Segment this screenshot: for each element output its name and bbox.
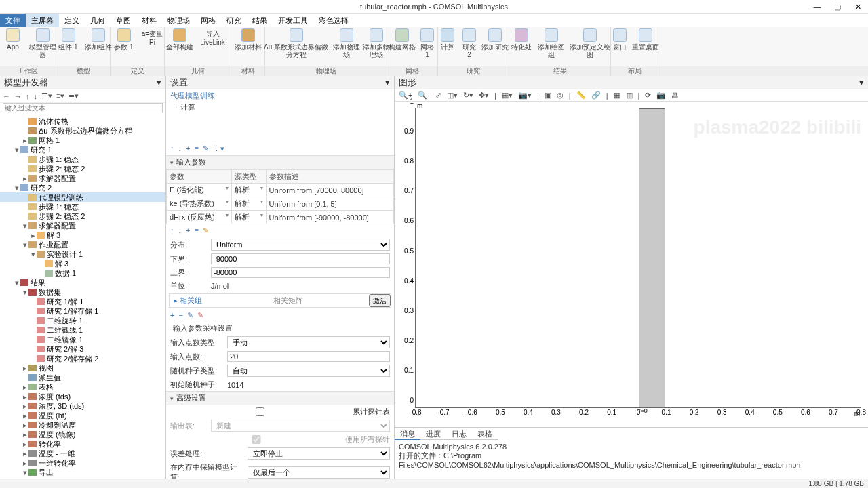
tree-item[interactable]: 流体传热: [0, 117, 165, 126]
component-button[interactable]: 组件 1: [55, 28, 82, 51]
lowerbound-input[interactable]: [211, 253, 390, 264]
plot-canvas[interactable]: plasma2022 bilibili m 00.10.20.30.40.50.…: [395, 102, 868, 427]
tab-materials[interactable]: 材料: [136, 14, 162, 27]
camera-icon[interactable]: 📷▾: [517, 91, 533, 100]
meshseq-button[interactable]: 网格 1: [418, 28, 436, 58]
tree-item[interactable]: 代理模型训练: [0, 192, 165, 202]
npoints-input[interactable]: [227, 351, 390, 362]
edit-icon[interactable]: ✎: [203, 144, 209, 153]
collapse-icon[interactable]: ≡▾: [56, 92, 64, 100]
expand-icon[interactable]: ≣▾: [68, 92, 79, 100]
tree-item[interactable]: 派生值: [0, 373, 165, 382]
maximize-button[interactable]: ▢: [827, 0, 848, 14]
add-icon[interactable]: +: [186, 144, 190, 153]
rotate-icon[interactable]: ↻▾: [462, 91, 475, 100]
tree-item[interactable]: ▸视图: [0, 363, 165, 373]
distribution-select[interactable]: Uniform: [211, 239, 390, 251]
tree-item[interactable]: 步骤 2: 稳态 2: [0, 211, 165, 221]
tree-item[interactable]: 二维旋转 1: [0, 316, 165, 325]
tree-filter-input[interactable]: [3, 103, 163, 113]
tab-devtools[interactable]: 开发工具: [273, 14, 313, 27]
tree-item[interactable]: ▸一维转化率: [0, 458, 165, 468]
tree-item[interactable]: ▸转化率: [0, 439, 165, 449]
tree-item[interactable]: ▸表格: [0, 382, 165, 392]
nav-up-icon[interactable]: ↑: [26, 92, 30, 100]
pde-button[interactable]: Δu 系数形式边界偏微分方程: [262, 28, 330, 58]
feature-button[interactable]: 特化处: [510, 28, 533, 58]
selectall-icon[interactable]: ◎: [555, 91, 565, 100]
tab-study[interactable]: 研究: [221, 14, 247, 27]
section-advanced[interactable]: 高级设置: [166, 391, 394, 405]
refresh-icon[interactable]: ⟳: [644, 91, 652, 100]
print-icon[interactable]: 🖶: [670, 92, 680, 100]
accum-probe-checkbox[interactable]: [170, 407, 350, 416]
tab-results[interactable]: 结果: [247, 14, 273, 27]
tree-item[interactable]: ▸温度 (ht): [0, 411, 165, 420]
show-icon[interactable]: ☰▾: [41, 92, 52, 100]
tree-item[interactable]: ▾求解器配置: [0, 221, 165, 230]
snapshot-icon[interactable]: 📷: [655, 91, 667, 100]
tab-file[interactable]: 文件: [0, 14, 26, 27]
buildall-button[interactable]: 全部构建: [166, 28, 193, 51]
tab-messages[interactable]: 消息: [395, 428, 420, 440]
tab-mesh[interactable]: 网格: [195, 14, 221, 27]
tree-item[interactable]: 步骤 1: 稳态: [0, 202, 165, 211]
tab-physics[interactable]: 物理场: [162, 14, 195, 27]
activate-button[interactable]: 激活: [369, 294, 391, 307]
axes-icon[interactable]: ▥: [625, 91, 634, 100]
measure-icon[interactable]: 📏: [575, 91, 587, 100]
addstudy-button[interactable]: 添加研究: [481, 28, 509, 58]
tree-item[interactable]: 研究 1/解存储 1: [0, 306, 165, 316]
npoints-type-select[interactable]: 手动: [227, 336, 390, 348]
tree-item[interactable]: ▸浓度, 3D (tds): [0, 401, 165, 411]
zoom-out-icon[interactable]: 🔍-: [416, 91, 431, 100]
tree-item[interactable]: 数据 1: [0, 477, 165, 479]
addcomponent-button[interactable]: 添加组件: [85, 28, 112, 51]
modelmgr-button[interactable]: 模型管理器: [29, 28, 56, 58]
tree-item[interactable]: ▾数据集: [0, 287, 165, 297]
tree-item[interactable]: ▾导出: [0, 468, 165, 477]
import-button[interactable]: 导入LiveLink: [196, 28, 230, 51]
input-params-table[interactable]: 参数源类型参数描述 E (活化能)解析Uniform from [70000, …: [166, 169, 394, 224]
tree-item[interactable]: 数据 1: [0, 268, 165, 278]
tree-item[interactable]: 研究 2/解 3: [0, 344, 165, 354]
list-icon[interactable]: ≡: [194, 144, 198, 153]
buildmesh-button[interactable]: 构建网格: [389, 28, 416, 58]
select-icon[interactable]: ▣: [543, 91, 553, 100]
tree-item[interactable]: ▸温度 (镜像): [0, 430, 165, 439]
errorhandling-select[interactable]: 立即停止: [248, 447, 390, 460]
tree-item[interactable]: 步骤 1: 稳态: [0, 155, 165, 164]
minimize-button[interactable]: —: [807, 0, 827, 14]
tree-item[interactable]: ▸浓度 (tds): [0, 392, 165, 401]
zoom-extents-icon[interactable]: ⤢: [434, 91, 443, 100]
tree-item[interactable]: ▾作业配置: [0, 240, 165, 249]
app-button[interactable]: App: [0, 28, 26, 58]
tree-item[interactable]: ▸求解器配置: [0, 174, 165, 183]
tree-item[interactable]: ▸冷却剂温度: [0, 420, 165, 430]
compute-button[interactable]: 计算: [438, 28, 457, 58]
upperbound-input[interactable]: [211, 267, 390, 278]
more-icon[interactable]: ⋮▾: [213, 144, 224, 153]
tree-item[interactable]: ▾实验设计 1: [0, 249, 165, 259]
tree-item[interactable]: ▸网格 1: [0, 136, 165, 145]
windows-button[interactable]: 窗口: [610, 28, 629, 51]
tab-table[interactable]: 表格: [472, 428, 498, 440]
moveup-icon[interactable]: ↑: [170, 144, 174, 153]
tree-item[interactable]: 解 3: [0, 259, 165, 268]
tree-item[interactable]: 研究 2/解存储 2: [0, 354, 165, 363]
addmultiphysics-button[interactable]: 添加多物理场: [363, 28, 390, 58]
movedown-icon[interactable]: ↓: [178, 144, 182, 153]
variables-button[interactable]: a=变量Pi: [140, 28, 165, 51]
tree-item[interactable]: ▾结果: [0, 278, 165, 287]
addmaterial-button[interactable]: 添加材料: [235, 28, 262, 51]
addpredefplot-button[interactable]: 添加预定义绘图: [570, 28, 610, 58]
view-icon[interactable]: ▦▾: [500, 91, 514, 100]
tree-item[interactable]: Δu 系数形式边界偏微分方程: [0, 126, 165, 136]
model-tree[interactable]: 流体传热Δu 系数形式边界偏微分方程▸网格 1▾研究 1步骤 1: 稳态步骤 2…: [0, 115, 165, 479]
tree-item[interactable]: ▸解 3: [0, 230, 165, 240]
zoom-box-icon[interactable]: ◫▾: [446, 91, 459, 100]
pan-icon[interactable]: ✥▾: [477, 91, 490, 100]
study2-button[interactable]: 研究 2: [460, 28, 479, 58]
grid-icon[interactable]: ▦: [612, 91, 622, 100]
nav-back-icon[interactable]: ←: [3, 92, 10, 100]
